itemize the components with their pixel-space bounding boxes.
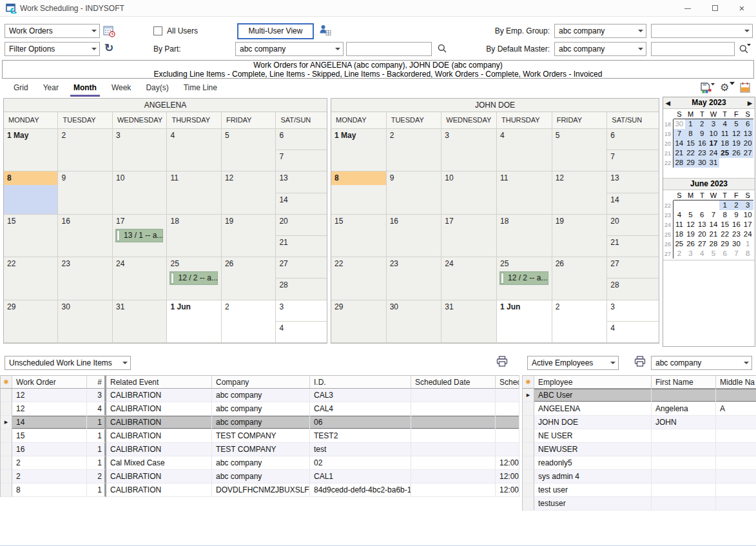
calendar-day-cell[interactable]: 1 May <box>331 129 387 171</box>
multi-user-view-button[interactable]: Multi-User View <box>237 23 314 39</box>
calendar-day-cell[interactable]: 21 <box>607 236 659 257</box>
mini-day[interactable]: 20 <box>742 139 753 148</box>
mini-day[interactable]: 4 <box>674 210 685 220</box>
prev-month-icon[interactable]: ◀ <box>666 99 670 108</box>
table-row[interactable]: sys admin 4 <box>523 470 756 483</box>
table-row[interactable]: ▸141CALIBRATIONabc company06 <box>1 416 519 429</box>
column-header-first-name[interactable]: First Name <box>652 375 716 389</box>
tab-year[interactable]: Year <box>40 81 62 97</box>
calendar-day-cell[interactable]: 9 <box>387 171 442 214</box>
calendar-day-cell[interactable]: 9 <box>58 171 112 214</box>
table-row[interactable]: JOHN DOEJOHN <box>523 416 756 429</box>
mini-day[interactable]: 3 <box>742 200 753 210</box>
column-header--[interactable]: # <box>87 375 106 389</box>
calendar-day-cell[interactable]: 28 <box>607 278 659 299</box>
calendar-day-cell[interactable]: 3 <box>607 300 659 322</box>
mini-day[interactable]: 5 <box>731 119 742 129</box>
column-header-scheduled-date[interactable]: Scheduled Date <box>411 375 496 389</box>
table-row[interactable]: test user <box>523 483 756 497</box>
calendar-day-cell[interactable]: 13 <box>276 171 327 193</box>
default-master-search-input[interactable] <box>651 42 735 56</box>
calendar-day-cell[interactable]: 27 <box>607 257 659 278</box>
mini-day[interactable]: 11 <box>674 220 685 229</box>
settings-gear-icon[interactable]: ⚙ <box>720 81 735 93</box>
calendar-day-cell[interactable]: 1 May <box>4 129 58 171</box>
mini-day[interactable] <box>685 200 697 210</box>
table-row[interactable]: 124CALIBRATIONabc companyCAL4 <box>1 402 519 416</box>
calendar-day-cell[interactable]: 3 <box>113 129 167 171</box>
calendar-day-cell[interactable]: 16 <box>387 215 442 257</box>
calendar-event[interactable]: 12 / 2 -- a... <box>170 271 217 285</box>
by-part-select[interactable]: abc company <box>235 42 344 56</box>
mini-day[interactable]: 25 <box>719 148 731 158</box>
mini-day[interactable]: 27 <box>696 239 708 249</box>
mini-day[interactable]: 29 <box>685 158 697 168</box>
mini-day[interactable]: 1 <box>685 119 697 129</box>
calendar-day-cell[interactable]: 28 <box>276 278 327 299</box>
column-header-company[interactable]: Company <box>212 375 310 389</box>
calendar-day-cell[interactable]: 4 <box>167 129 221 171</box>
calendar-day-cell[interactable]: 20 <box>607 215 659 236</box>
mini-day[interactable]: 25 <box>674 239 685 249</box>
mini-day[interactable] <box>674 200 685 210</box>
column-header-i-d-[interactable]: I.D. <box>310 375 411 389</box>
calendar-event[interactable]: 13 / 1 -- a... <box>115 229 163 242</box>
mini-day[interactable]: 17 <box>742 220 753 229</box>
calendar-day-cell[interactable]: 2 <box>222 300 276 343</box>
calendar-day-cell[interactable]: 19 <box>552 215 608 257</box>
mini-day[interactable]: 6 <box>742 119 753 129</box>
calendar-day-cell[interactable]: 3 <box>441 129 497 171</box>
by-part-search-input[interactable] <box>346 42 432 56</box>
mini-day[interactable]: 24 <box>708 148 719 158</box>
mini-day[interactable]: 1 <box>742 239 753 249</box>
table-row[interactable]: testuser <box>523 497 756 511</box>
filter-options-select[interactable]: Filter Options <box>5 42 100 56</box>
mini-day[interactable] <box>742 158 753 168</box>
mini-day[interactable] <box>719 158 731 168</box>
mini-day[interactable] <box>731 158 742 168</box>
mini-day[interactable]: 19 <box>685 229 697 239</box>
all-users-checkbox[interactable] <box>153 26 162 35</box>
table-row[interactable]: 151CALIBRATIONTEST COMPANYTEST2 <box>1 429 519 443</box>
mini-day[interactable]: 14 <box>708 220 719 229</box>
mini-day[interactable]: 18 <box>674 229 685 239</box>
mini-day[interactable]: 16 <box>696 139 708 148</box>
mini-day[interactable]: 8 <box>719 210 731 220</box>
calendar-day-cell[interactable]: 26 <box>222 257 276 300</box>
mini-day[interactable]: 21 <box>708 229 719 239</box>
calendar-day-cell[interactable]: 11 <box>497 171 552 214</box>
mini-day[interactable]: 6 <box>696 210 708 220</box>
calendar-day-cell[interactable]: 11 <box>167 171 221 214</box>
table-row[interactable]: 81CALIBRATIONDOVDLFHCNMZJBUXSLFCGNU84d9c… <box>1 483 519 497</box>
mini-day[interactable]: 19 <box>731 139 742 148</box>
mini-day[interactable]: 22 <box>719 229 731 239</box>
calendar-day-cell[interactable]: 26 <box>552 257 608 300</box>
emp-group-secondary-select[interactable] <box>651 24 753 38</box>
mini-day[interactable]: 12 <box>731 129 742 139</box>
calendar-day-cell[interactable]: 2 <box>58 129 112 171</box>
employees-view-select[interactable]: Active Employees <box>527 356 619 370</box>
mini-day[interactable]: 22 <box>685 148 697 158</box>
mini-day[interactable]: 2 <box>696 119 708 129</box>
calendar-day-cell[interactable]: 30 <box>58 300 112 343</box>
mini-day[interactable]: 1 <box>719 200 731 210</box>
calendar-day-cell[interactable]: 7 <box>607 150 659 171</box>
calendar-day-cell[interactable]: 29 <box>331 300 387 343</box>
calendar-day-cell[interactable]: 14 <box>607 193 659 214</box>
calendar-day-cell[interactable]: 1713 / 1 -- a... <box>113 215 167 257</box>
calendar-day-cell[interactable]: 7 <box>276 150 327 171</box>
mini-day[interactable]: 28 <box>674 158 685 168</box>
mini-day[interactable]: 7 <box>674 129 685 139</box>
calendar-day-cell[interactable]: 20 <box>276 215 327 236</box>
mini-day[interactable]: 24 <box>742 229 753 239</box>
calendar-day-cell[interactable]: 23 <box>387 257 442 300</box>
grid-corner-button[interactable]: ✱ <box>523 375 534 389</box>
mini-day[interactable]: 15 <box>685 139 697 148</box>
calendar-day-cell[interactable]: 4 <box>276 322 327 342</box>
default-master-select[interactable]: abc company <box>554 42 646 56</box>
calendar-day-cell[interactable]: 6 <box>276 129 327 150</box>
column-header-related-event[interactable]: Related Event <box>106 375 212 389</box>
mini-day[interactable]: 14 <box>674 139 685 148</box>
calendar-day-cell[interactable]: 12 <box>222 171 276 214</box>
tab-days[interactable]: Day(s) <box>142 81 171 97</box>
